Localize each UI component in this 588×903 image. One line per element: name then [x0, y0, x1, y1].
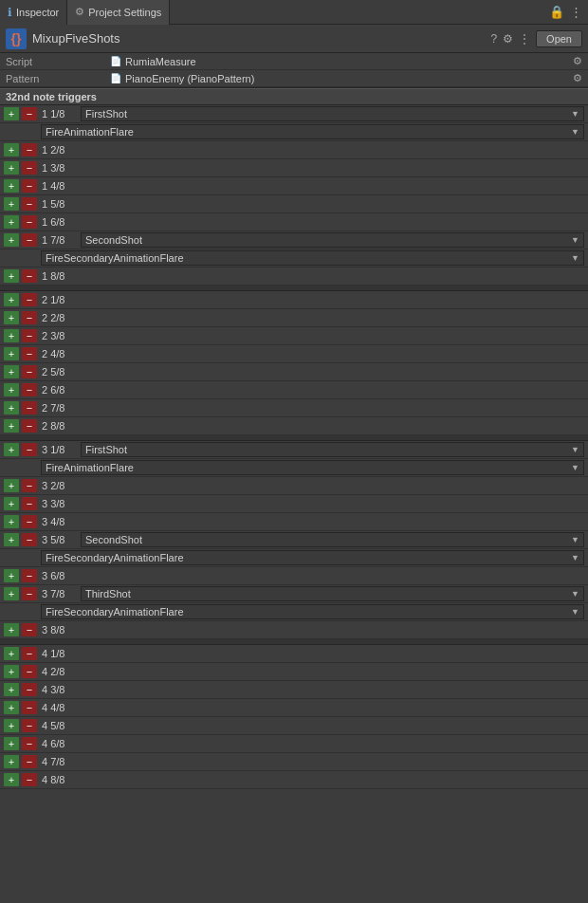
minus-button-group2-3[interactable]: − — [22, 347, 37, 360]
minus-button-group1-7[interactable]: − — [22, 269, 37, 283]
beat-label-group1-4: 1 5/8 — [40, 198, 78, 210]
script-gear-icon[interactable]: ⚙ — [573, 55, 582, 67]
plus-button-group2-0[interactable]: + — [4, 293, 19, 306]
plus-button-group1-7[interactable]: + — [4, 269, 19, 283]
tab-inspector[interactable]: ℹ Inspector — [0, 0, 67, 25]
dropdown2-group1-0[interactable]: FireAnimationFlare▼ — [41, 124, 584, 139]
minus-button-group1-2[interactable]: − — [22, 161, 37, 175]
plus-button-group3-5[interactable]: + — [4, 569, 19, 582]
plus-button-group2-3[interactable]: + — [4, 347, 19, 360]
plus-button-group1-3[interactable]: + — [4, 179, 19, 193]
plus-button-group3-7[interactable]: + — [4, 623, 19, 636]
minus-button-group1-5[interactable]: − — [22, 215, 37, 229]
more-icon[interactable]: ⋮ — [570, 5, 582, 19]
minus-button-group3-1[interactable]: − — [22, 479, 37, 492]
beat-label-group1-1: 1 2/8 — [40, 144, 78, 156]
plus-button-group4-7[interactable]: + — [4, 773, 19, 786]
minus-button-group3-3[interactable]: − — [22, 515, 37, 528]
minus-button-group2-7[interactable]: − — [22, 419, 37, 433]
dropdown1-text-group3-4: SecondShot — [85, 534, 571, 545]
plus-button-group3-1[interactable]: + — [4, 479, 19, 492]
plus-button-group4-4[interactable]: + — [4, 719, 19, 732]
plus-button-group2-6[interactable]: + — [4, 401, 19, 415]
minus-button-group4-7[interactable]: − — [22, 773, 37, 786]
plus-button-group1-2[interactable]: + — [4, 161, 19, 175]
dropdown2-group3-6[interactable]: FireSecondaryAnimationFlare▼ — [41, 604, 584, 619]
dropdown2-group3-4[interactable]: FireSecondaryAnimationFlare▼ — [41, 550, 584, 565]
dropdown1-group1-6[interactable]: SecondShot▼ — [81, 232, 584, 248]
minus-button-group2-6[interactable]: − — [22, 401, 37, 415]
plus-button-group1-1[interactable]: + — [4, 143, 19, 157]
minus-button-group2-1[interactable]: − — [22, 311, 37, 324]
minus-button-group1-3[interactable]: − — [22, 179, 37, 193]
plus-button-group1-4[interactable]: + — [4, 197, 19, 211]
more-options-icon[interactable]: ⋮ — [519, 32, 530, 46]
plus-button-group1-5[interactable]: + — [4, 215, 19, 229]
beat-label-group4-1: 4 2/8 — [40, 666, 78, 677]
open-button[interactable]: Open — [536, 30, 582, 47]
minus-button-group3-4[interactable]: − — [22, 533, 37, 546]
beat-label-group2-2: 2 3/8 — [40, 330, 78, 341]
tab-project-settings[interactable]: ⚙ Project Settings — [67, 0, 170, 25]
plus-button-group4-2[interactable]: + — [4, 683, 19, 696]
minus-button-group3-5[interactable]: − — [22, 569, 37, 582]
settings-icon[interactable]: ⚙ — [503, 32, 513, 46]
minus-button-group2-5[interactable]: − — [22, 383, 37, 396]
minus-button-group2-4[interactable]: − — [22, 365, 37, 378]
pattern-file-icon: 📄 — [110, 73, 121, 83]
plus-button-group2-7[interactable]: + — [4, 419, 19, 433]
lock-icon[interactable]: 🔒 — [549, 5, 564, 19]
help-icon[interactable]: ? — [490, 32, 497, 46]
plus-button-group2-1[interactable]: + — [4, 311, 19, 324]
dropdown2-group3-0[interactable]: FireAnimationFlare▼ — [41, 460, 584, 475]
trigger-row-group4-0: +−4 1/8 — [0, 645, 588, 663]
plus-button-group2-4[interactable]: + — [4, 365, 19, 378]
minus-button-group1-6[interactable]: − — [22, 233, 37, 247]
minus-button-group3-2[interactable]: − — [22, 497, 37, 510]
dropdown1-group3-4[interactable]: SecondShot▼ — [81, 532, 584, 547]
plus-button-group1-6[interactable]: + — [4, 233, 19, 247]
minus-button-group4-2[interactable]: − — [22, 683, 37, 696]
trigger-group-1: +−1 1/8FirstShot▼FireAnimationFlare▼+−1 … — [0, 105, 588, 286]
plus-button-group4-5[interactable]: + — [4, 737, 19, 750]
dropdown2-row-group3-4: FireSecondaryAnimationFlare▼ — [0, 549, 588, 567]
dropdown1-group3-0[interactable]: FirstShot▼ — [81, 442, 584, 457]
plus-button-group3-4[interactable]: + — [4, 533, 19, 546]
minus-button-group2-0[interactable]: − — [22, 293, 37, 306]
trigger-row-group1-2: +−1 3/8 — [0, 159, 588, 177]
minus-button-group2-2[interactable]: − — [22, 329, 37, 342]
dropdown1-group1-0[interactable]: FirstShot▼ — [81, 106, 584, 121]
plus-button-group2-5[interactable]: + — [4, 383, 19, 396]
plus-button-group4-1[interactable]: + — [4, 665, 19, 678]
plus-button-group4-0[interactable]: + — [4, 647, 19, 660]
pattern-gear-icon[interactable]: ⚙ — [573, 72, 582, 84]
plus-button-group3-6[interactable]: + — [4, 587, 19, 600]
minus-button-group1-0[interactable]: − — [22, 107, 37, 120]
dropdown1-arrow-group1-6: ▼ — [571, 235, 579, 245]
minus-button-group4-4[interactable]: − — [22, 719, 37, 732]
minus-button-group3-7[interactable]: − — [22, 623, 37, 636]
plus-button-group2-2[interactable]: + — [4, 329, 19, 342]
plus-button-group3-2[interactable]: + — [4, 497, 19, 510]
beat-label-group3-4: 3 5/8 — [40, 534, 78, 545]
minus-button-group4-3[interactable]: − — [22, 701, 37, 714]
dropdown2-group1-6[interactable]: FireSecondaryAnimationFlare▼ — [41, 250, 584, 266]
dropdown1-group3-6[interactable]: ThirdShot▼ — [81, 586, 584, 601]
plus-button-group4-6[interactable]: + — [4, 755, 19, 768]
minus-button-group3-0[interactable]: − — [22, 443, 37, 456]
trigger-row-group3-6: +−3 7/8ThirdShot▼ — [0, 585, 588, 603]
minus-button-group3-6[interactable]: − — [22, 587, 37, 600]
plus-button-group3-3[interactable]: + — [4, 515, 19, 528]
dropdown1-arrow-group3-6: ▼ — [571, 589, 579, 599]
plus-button-group1-0[interactable]: + — [4, 107, 19, 120]
minus-button-group1-1[interactable]: − — [22, 143, 37, 157]
minus-button-group1-4[interactable]: − — [22, 197, 37, 211]
minus-button-group4-6[interactable]: − — [22, 755, 37, 768]
minus-button-group4-0[interactable]: − — [22, 647, 37, 660]
plus-button-group4-3[interactable]: + — [4, 701, 19, 714]
minus-button-group4-5[interactable]: − — [22, 737, 37, 750]
dropdown2-text-group3-4: FireSecondaryAnimationFlare — [46, 552, 571, 563]
dropdown2-arrow-group3-0: ▼ — [571, 463, 579, 472]
minus-button-group4-1[interactable]: − — [22, 665, 37, 678]
plus-button-group3-0[interactable]: + — [4, 443, 19, 456]
